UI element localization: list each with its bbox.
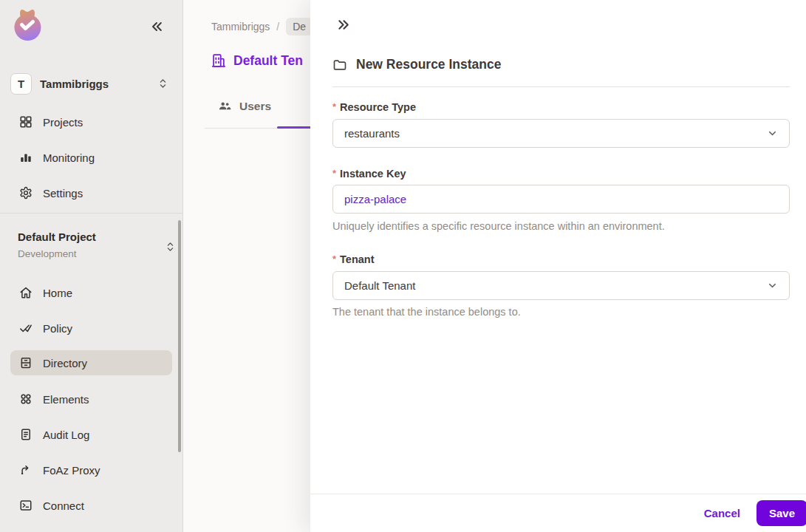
sidebar-item-directory[interactable]: Directory [10,350,172,375]
tenant-building-icon [211,52,227,69]
resource-type-label: *Resource Type [332,101,416,113]
terminal-icon [19,499,33,512]
tenant-helper: The tenant that the instance belongs to. [332,306,521,318]
instance-key-helper: Uniquely identifies a specific resource … [332,220,665,232]
sidebar-item-projects[interactable]: Projects [10,109,172,134]
tenant-label: *Tenant [332,253,375,265]
instance-key-input[interactable] [332,185,790,214]
sidebar-item-label: Audit Log [43,429,89,441]
page-title: Default Ten [233,53,303,69]
route-icon [19,463,33,477]
sidebar-scrollbar[interactable] [178,220,181,452]
panel-header-divider [332,86,790,87]
panel-title: New Resource Instance [356,57,501,72]
sidebar-item-label: Home [43,287,72,299]
sidebar-item-connect[interactable]: Connect [10,493,172,518]
panel-collapse-button[interactable] [334,15,353,34]
breadcrumb-separator: / [276,21,279,33]
tenant-value: Default Tenant [344,279,767,292]
tab-users[interactable]: Users [218,99,271,113]
required-asterisk: * [332,101,336,112]
sidebar: T Tammibriggs Projects Monitoring Settin… [0,0,183,532]
double-check-icon [19,321,33,335]
sidebar-item-foaz-proxy[interactable]: FoAz Proxy [10,457,172,482]
tenant-select[interactable]: Default Tenant [332,271,790,300]
sidebar-item-label: FoAz Proxy [43,464,100,477]
new-resource-instance-panel: New Resource Instance *Resource Type res… [310,0,806,532]
project-name: Default Project [18,231,165,243]
workspace-selector[interactable]: T Tammibriggs [10,70,168,97]
sidebar-item-elements[interactable]: Elements [10,386,172,412]
users-icon [218,99,232,113]
sidebar-item-label: Elements [43,393,89,406]
sidebar-divider [0,213,183,214]
project-selector[interactable]: Default Project Development [18,231,165,259]
save-button[interactable]: Save [757,500,806,526]
circles-icon [19,392,33,406]
breadcrumb-project[interactable]: De [286,18,313,35]
cabinet-icon [19,356,33,369]
chevron-up-down-icon [165,241,176,253]
sidebar-item-label: Settings [43,187,83,200]
required-asterisk: * [332,253,336,265]
sidebar-item-settings[interactable]: Settings [10,180,172,205]
folder-icon [332,58,347,72]
chevron-down-icon [767,128,778,139]
bar-chart-icon [19,151,33,164]
grid-icon [19,115,33,129]
required-asterisk: * [332,168,336,179]
tab-users-label: Users [239,100,271,113]
cancel-button[interactable]: Cancel [704,507,740,519]
breadcrumb: Tammibriggs / De [211,18,313,35]
breadcrumb-workspace[interactable]: Tammibriggs [211,21,270,33]
panel-header: New Resource Instance [332,57,501,72]
sidebar-item-label: Policy [43,322,72,335]
resource-type-select[interactable]: restaurants [332,119,790,148]
workspace-avatar: T [10,73,32,95]
chevron-down-icon [767,280,778,291]
sidebar-item-policy[interactable]: Policy [10,316,172,341]
gear-icon [19,186,33,200]
instance-key-label: *Instance Key [332,168,406,180]
home-icon [19,286,33,299]
panel-footer: Cancel Save [310,494,806,532]
resource-type-value: restaurants [344,127,767,140]
sidebar-item-label: Connect [43,499,84,512]
chevrons-left-icon [149,19,164,34]
chevrons-right-icon [336,17,352,33]
permit-logo-icon[interactable] [10,7,44,41]
sidebar-item-label: Monitoring [43,151,95,164]
sidebar-collapse-button[interactable] [146,16,167,37]
sidebar-item-monitoring[interactable]: Monitoring [10,145,172,170]
document-icon [19,428,33,441]
sidebar-item-home[interactable]: Home [10,280,172,305]
page-title-row: Default Ten [211,52,303,69]
sidebar-item-audit-log[interactable]: Audit Log [10,422,172,447]
chevron-up-down-icon [157,78,168,89]
sidebar-item-label: Directory [43,357,87,369]
sidebar-item-label: Projects [43,116,83,129]
project-environment: Development [18,248,165,259]
workspace-name: Tammibriggs [40,78,157,90]
